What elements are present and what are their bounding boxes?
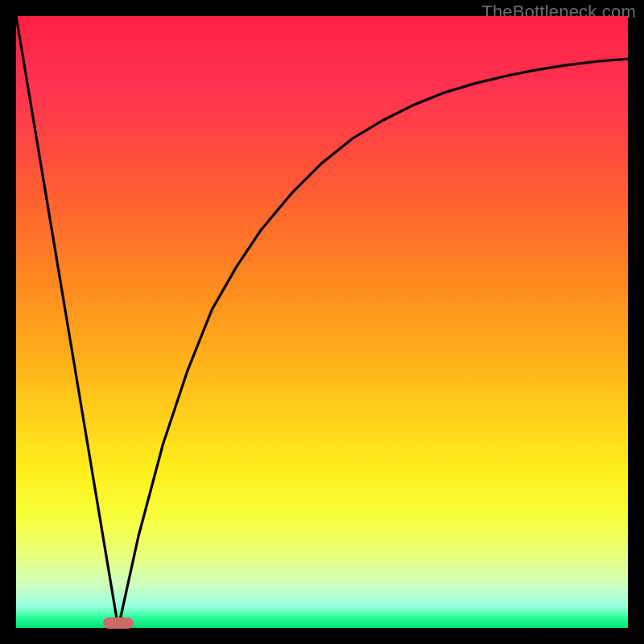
bottleneck-curve — [16, 16, 628, 628]
plot-area — [16, 16, 628, 628]
chart-frame: TheBottleneck.com — [0, 0, 644, 644]
curve-path — [16, 16, 628, 628]
optimal-marker — [103, 617, 134, 629]
